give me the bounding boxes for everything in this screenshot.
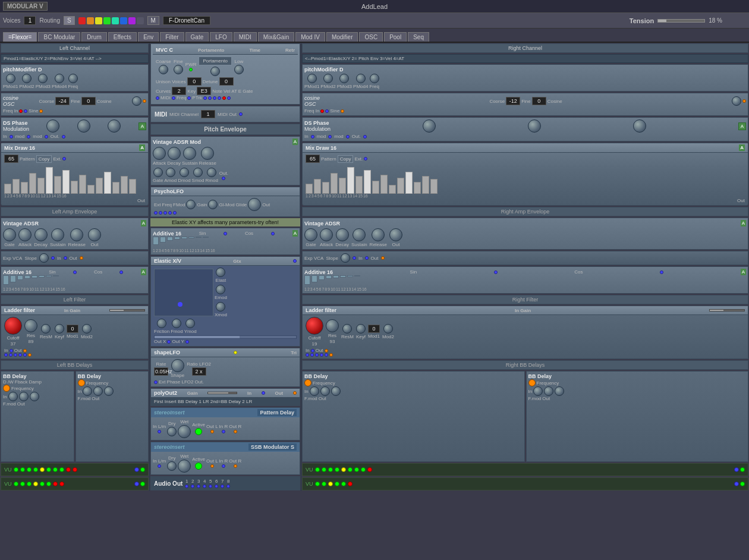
tab-filter[interactable]: Filter (160, 32, 184, 42)
adsr-sustain-knob[interactable] (183, 147, 196, 160)
right-bb4-knob3[interactable] (555, 386, 564, 396)
right-bb3-knob2[interactable] (320, 386, 330, 396)
left-ds-phase-knob2[interactable] (77, 119, 90, 133)
left-fine-value[interactable]: 0 (81, 97, 96, 105)
right-ds-phase-knob3[interactable] (633, 119, 646, 133)
mvc-unison-val[interactable]: 0 (187, 77, 202, 86)
left-vca-slope-knob[interactable] (39, 253, 49, 263)
left-bb1-knob1[interactable] (8, 392, 18, 401)
right-sustain-knob[interactable] (353, 228, 366, 241)
right-fine-value[interactable]: 0 (532, 97, 546, 105)
slfo-ratio-value[interactable]: 2 x (192, 367, 206, 376)
left-decay-knob[interactable] (34, 228, 48, 241)
adsr-gate-knob[interactable] (153, 168, 163, 177)
left-filter-mod1-value[interactable]: 0 (67, 325, 78, 333)
m-button[interactable]: M (147, 16, 159, 25)
tab-midi[interactable]: MIDI (234, 32, 257, 42)
right-ds-phase-knob2[interactable] (528, 119, 541, 133)
adsr-release-knob[interactable] (201, 147, 214, 160)
elastic-fmod-knob[interactable] (172, 319, 181, 328)
right-cutoff-knob[interactable] (306, 317, 323, 335)
right-attack-knob[interactable] (320, 228, 333, 241)
left-gate-knob[interactable] (3, 228, 16, 241)
si1-dry-knob[interactable] (167, 427, 177, 436)
mvc-low-knob[interactable] (234, 65, 244, 74)
left-bb2-knob2[interactable] (93, 386, 103, 396)
right-keyf-knob[interactable] (356, 324, 366, 334)
right-pmod1-knob[interactable] (307, 74, 317, 83)
tab-env[interactable]: Env (138, 32, 159, 42)
tab-gate[interactable]: Gate (185, 32, 209, 42)
si1-active-led[interactable] (195, 428, 202, 435)
adsr-decay-knob[interactable] (168, 147, 181, 160)
right-res-knob[interactable] (326, 319, 339, 332)
left-pmod2-knob[interactable] (22, 74, 32, 83)
elastic-elast-knob[interactable] (216, 268, 225, 277)
right-osc-knob1[interactable] (732, 96, 741, 106)
right-bb3-knob1[interactable] (310, 386, 319, 396)
mvc-curves-val[interactable]: 2 (172, 87, 186, 95)
plfo-gain-knob[interactable] (208, 200, 218, 209)
right-pmod2-knob[interactable] (323, 74, 333, 83)
tab-seq[interactable]: Seq (408, 32, 429, 42)
right-filter-mod1-value[interactable]: 0 (368, 325, 380, 333)
tab-mod-iv[interactable]: Mod IV (295, 32, 325, 42)
left-bb2-knob1[interactable] (83, 386, 92, 396)
adsr-amod-knob[interactable] (166, 168, 175, 177)
right-gate-knob[interactable] (304, 228, 317, 241)
tab-osc[interactable]: OSC (359, 32, 383, 42)
voices-value[interactable]: 1 (24, 16, 36, 25)
left-out-knob[interactable] (88, 228, 101, 241)
right-release-knob[interactable] (372, 228, 385, 241)
right-bb4-knob1[interactable] (533, 386, 543, 396)
mvc-coarse-knob[interactable] (159, 65, 168, 74)
elastic-xmod-knob[interactable] (216, 302, 225, 312)
left-pmod3-knob[interactable] (38, 74, 48, 83)
adsr-attack-knob[interactable] (153, 147, 166, 160)
portamento-btn[interactable]: Portamento (199, 56, 231, 65)
right-mix-pattern-value[interactable]: 65 (306, 155, 320, 163)
plfo-glide-knob[interactable] (248, 198, 261, 211)
adsr-smod-knob[interactable] (193, 168, 203, 177)
left-res-knob[interactable] (24, 319, 37, 332)
right-pmod3-knob[interactable] (339, 74, 349, 83)
tension-slider[interactable] (657, 19, 705, 23)
left-attack-knob[interactable] (18, 228, 32, 241)
right-ds-phase-knob1[interactable] (423, 119, 436, 133)
right-out-knob[interactable] (389, 228, 402, 241)
left-pitch-freq-knob[interactable] (68, 74, 78, 83)
left-pmod4-knob[interactable] (55, 74, 64, 83)
si2-wet-knob[interactable] (178, 460, 191, 473)
tab-flexor[interactable]: =Flexor= (3, 32, 37, 42)
preset-name[interactable]: F-DroneltCan (163, 16, 210, 25)
left-mod2-knob[interactable] (82, 324, 92, 334)
tab-bc-modular[interactable]: BC Modular (38, 32, 80, 42)
right-bb3-knob3[interactable] (331, 386, 341, 396)
right-mix-copy-btn[interactable]: Copy (338, 155, 354, 163)
mvc-detune-val[interactable]: 0 (219, 77, 234, 86)
tab-effects[interactable]: Effects (108, 32, 137, 42)
mvc-key-val[interactable]: E3 (197, 87, 211, 95)
adsr-rmod-knob[interactable] (207, 168, 216, 177)
mvc-fine-knob[interactable] (174, 65, 183, 74)
tab-lfo[interactable]: LFO (210, 32, 232, 42)
left-bb2-knob3[interactable] (104, 386, 114, 396)
right-vca-slope-knob[interactable] (341, 253, 350, 263)
right-decay-knob[interactable] (336, 228, 349, 241)
right-bb4-knob2[interactable] (544, 386, 553, 396)
right-pitch-freq-knob[interactable] (370, 74, 379, 83)
tab-pool[interactable]: Pool (384, 32, 407, 42)
right-pmod4-knob[interactable] (356, 74, 366, 83)
left-mix-copy-btn[interactable]: Copy (36, 155, 52, 163)
left-resm-knob[interactable] (41, 324, 51, 334)
right-mod2-knob[interactable] (383, 324, 393, 334)
left-bb1-knob2[interactable] (19, 392, 29, 401)
si2-dry-knob[interactable] (167, 461, 177, 471)
left-sustain-knob[interactable] (51, 228, 64, 241)
tab-modifier[interactable]: Modifier (326, 32, 358, 42)
left-pmod1-knob[interactable] (6, 74, 15, 83)
elastic-emod-knob[interactable] (216, 285, 225, 294)
slfo-shape-knob[interactable] (171, 359, 184, 372)
slfo-rate-value[interactable]: 0.05Hz (154, 367, 168, 376)
right-coarse-value[interactable]: -12 (506, 97, 520, 105)
